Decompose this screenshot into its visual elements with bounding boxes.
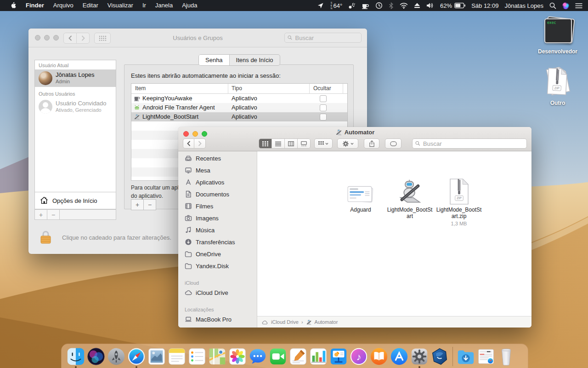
minimize-button[interactable] [44, 35, 50, 40]
dock-item-safari[interactable] [127, 347, 146, 368]
menu-ajuda[interactable]: Ajuda [177, 0, 202, 11]
dock-item-siri[interactable] [86, 347, 106, 368]
dock-item-rosetta-stone[interactable] [430, 347, 449, 368]
dock-item-launchpad[interactable] [107, 347, 126, 368]
user-row-guest[interactable]: Usuário Convidado Ativado, Gerenciado [35, 98, 116, 115]
fast-user-switch[interactable]: Jônatas Lopes [504, 2, 543, 9]
dock-item-web-document[interactable] [476, 347, 496, 368]
sidebar-item-macbook-pro[interactable]: MacBook Pro [178, 313, 257, 325]
dock-item-numbers[interactable] [309, 347, 328, 368]
sidebar-item-imagens[interactable]: Imagens [178, 212, 257, 224]
dock-item-pages[interactable] [288, 347, 308, 368]
volume-icon[interactable] [426, 2, 434, 9]
share-button[interactable] [364, 138, 379, 149]
battery-status[interactable]: 62% [440, 2, 465, 9]
remove-user-button[interactable]: − [47, 210, 60, 219]
group-button[interactable] [314, 138, 333, 149]
user-row-current[interactable]: Jônatas Lopes Admin [35, 69, 116, 87]
sidebar-item-recentes[interactable]: Recentes [178, 152, 257, 164]
list-view-button[interactable] [271, 139, 284, 148]
action-button[interactable] [337, 138, 358, 149]
column-view-button[interactable] [284, 139, 297, 148]
tab-itens-de-inicio[interactable]: Itens de Início [229, 55, 280, 65]
file-lightmode-bootstart[interactable]: LightMode_BootStart [384, 176, 435, 220]
spray-icon[interactable] [348, 2, 356, 9]
ocultar-checkbox[interactable] [320, 114, 327, 121]
siri-menu-icon[interactable] [562, 2, 569, 9]
dock-item-finder[interactable] [66, 347, 85, 368]
dock-item-reminders[interactable] [187, 347, 207, 368]
file-adguard[interactable]: Adguard [335, 176, 386, 213]
menu-ir[interactable]: Ir [138, 0, 151, 11]
dock-item-app-store[interactable] [390, 347, 409, 368]
spotlight-search-icon[interactable] [549, 2, 556, 9]
zoom-button[interactable] [53, 35, 59, 40]
file-lightmode-bootstart-zip[interactable]: ZIP LightMode_BootStart.zip 1,3 MB [434, 176, 484, 226]
show-all-button[interactable] [94, 33, 111, 44]
remove-login-item-button[interactable]: − [144, 199, 156, 210]
sidebar-item-documentos[interactable]: Documentos [178, 188, 257, 200]
back-button[interactable] [183, 138, 194, 149]
finder-content[interactable]: Adguard LightMode_BootStart [257, 151, 531, 316]
wifi-icon[interactable] [400, 2, 408, 9]
path-item-automator[interactable]: Automator [315, 319, 338, 325]
sidebar-item-transferencias[interactable]: Transferências [178, 236, 257, 248]
dock-item-notes[interactable] [167, 347, 187, 368]
sidebar-item-onedrive[interactable]: OneDrive [178, 248, 257, 260]
add-user-button[interactable]: + [35, 210, 47, 219]
desktop-stack-desenvolvedor[interactable]: exec Desenvolvedor [532, 17, 583, 55]
dock-item-maps[interactable] [208, 347, 227, 368]
dock-item-keynote[interactable] [329, 347, 348, 368]
lock-icon[interactable] [40, 230, 52, 245]
weather-status[interactable]: SEN 64° [330, 1, 342, 10]
table-row-selected[interactable]: LightMode_BootStart Aplicativo [131, 112, 347, 121]
coffee-cup-icon[interactable] [362, 2, 369, 9]
search-input[interactable] [294, 34, 358, 42]
dock-item-system-preferences[interactable] [410, 347, 429, 368]
sidebar-item-icloud-drive[interactable]: iCloud Drive [178, 287, 257, 299]
ocultar-checkbox[interactable] [320, 104, 327, 111]
dock-item-trash[interactable] [497, 347, 516, 368]
back-button[interactable] [63, 33, 77, 44]
login-options-row[interactable]: Opções de Início [35, 192, 116, 209]
finder-titlebar[interactable]: Automator [178, 127, 531, 151]
menu-clock[interactable]: Sáb 12:09 [471, 2, 498, 9]
location-icon[interactable] [317, 2, 324, 9]
dock-item-downloads-folder[interactable] [456, 347, 475, 368]
prefs-titlebar[interactable]: Usuários e Grupos [28, 29, 367, 47]
ocultar-checkbox[interactable] [320, 95, 327, 102]
dock-item-mail[interactable] [147, 347, 166, 368]
finder-search-field[interactable] [412, 138, 527, 149]
eject-icon[interactable] [414, 2, 420, 9]
tab-senha[interactable]: Senha [199, 55, 229, 65]
table-row[interactable]: Android File Transfer Agent Aplicativo [131, 103, 347, 112]
dock-item-facetime[interactable] [268, 347, 288, 368]
icon-view-button[interactable] [259, 139, 271, 148]
search-input[interactable] [422, 140, 524, 148]
sidebar-item-musica[interactable]: Música [178, 224, 257, 236]
menu-visualizar[interactable]: Visualizar [103, 0, 138, 11]
prefs-search-field[interactable] [284, 33, 362, 43]
add-login-item-button[interactable]: + [131, 199, 144, 210]
sidebar-item-filmes[interactable]: Filmes [178, 200, 257, 212]
apple-menu[interactable] [6, 2, 21, 9]
path-item-icloud-drive[interactable]: iCloud Drive [271, 319, 299, 325]
time-machine-icon[interactable] [375, 2, 383, 9]
dock-item-books[interactable] [369, 347, 389, 368]
menu-finder[interactable]: Finder [21, 0, 49, 11]
menu-janela[interactable]: Janela [151, 0, 177, 11]
close-button[interactable] [35, 35, 40, 40]
dock-item-itunes[interactable]: ♪ [349, 347, 368, 368]
notification-center-icon[interactable] [575, 3, 582, 9]
sidebar-item-mesa[interactable]: Mesa [178, 164, 257, 176]
sidebar-item-aplicativos[interactable]: Aplicativos [178, 176, 257, 188]
gallery-view-button[interactable] [297, 139, 310, 148]
sidebar-item-yandex-disk[interactable]: Yandex.Disk [178, 260, 257, 272]
bluetooth-icon[interactable] [389, 2, 394, 9]
forward-button[interactable] [194, 138, 206, 149]
desktop-stack-outro[interactable]: ZIP Outro [532, 66, 583, 106]
forward-button[interactable] [77, 33, 90, 44]
dock-item-photos[interactable] [228, 347, 247, 368]
tag-button[interactable] [385, 138, 401, 149]
table-row[interactable]: KeepingYouAwake Aplicativo [131, 94, 347, 103]
